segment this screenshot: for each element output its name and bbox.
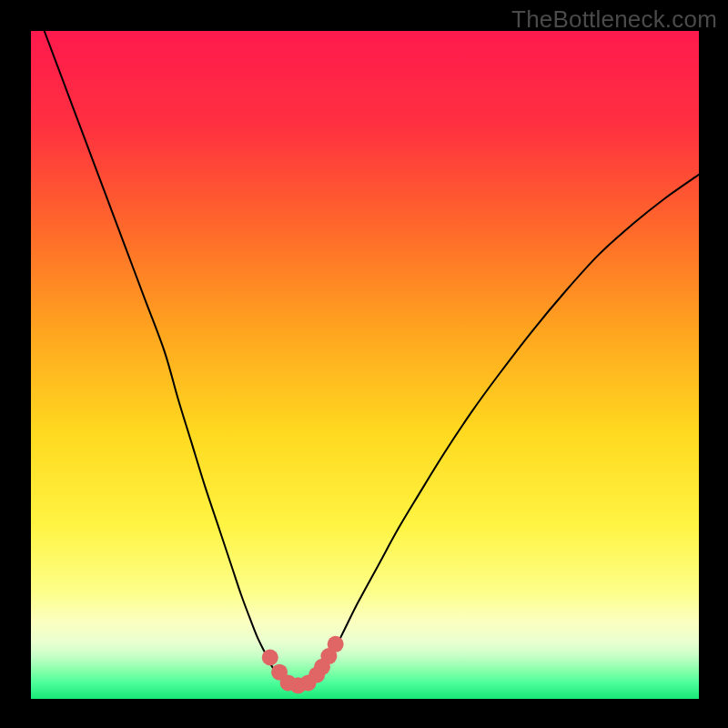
watermark-text: TheBottleneck.com	[511, 5, 717, 34]
valley-marker	[328, 636, 344, 652]
valley-marker	[262, 649, 278, 665]
bottleneck-curve-chart	[31, 31, 699, 699]
chart-frame: TheBottleneck.com	[0, 0, 728, 728]
plot-background	[31, 31, 699, 699]
